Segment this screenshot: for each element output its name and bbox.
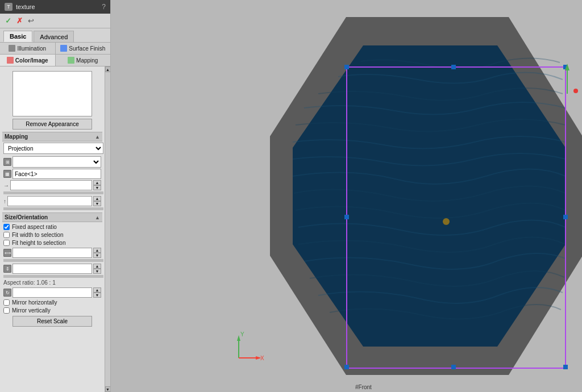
rotation-input[interactable]: 0.00deg xyxy=(13,287,92,298)
fit-width-row: Fit width to selection xyxy=(3,232,101,238)
svg-text:X: X xyxy=(260,355,264,361)
size-title: Size/Orientation xyxy=(5,214,48,220)
sub-tab-row2: Color/Image Mapping xyxy=(0,55,110,66)
sub-tab-illumination-label: Illumination xyxy=(17,45,46,52)
height-spinners: ▲ ▼ xyxy=(93,264,101,274)
rotation-icon: ↻ xyxy=(3,289,11,297)
y-offset-spinners: ▲ ▼ xyxy=(93,196,101,206)
x-offset-input[interactable]: -0.05793293mm xyxy=(10,180,92,190)
scene-svg: Y X #Front xyxy=(111,0,582,392)
sub-tab-color-image[interactable]: Color/Image xyxy=(0,55,56,66)
tab-row: Basic Advanced xyxy=(0,28,110,43)
mirror-v-row: Mirror vertically xyxy=(3,307,101,314)
x-offset-up[interactable]: ▲ xyxy=(93,180,101,185)
x-offset-down[interactable]: ▼ xyxy=(93,185,101,190)
x-offset-arrow-icon: → xyxy=(3,182,9,189)
sub-tab-surface-finish[interactable]: Surface Finish xyxy=(56,43,111,54)
sub-tab-surface-finish-label: Surface Finish xyxy=(69,45,105,52)
svg-rect-13 xyxy=(563,365,568,369)
remove-appearance-button[interactable]: Remove Appearance xyxy=(13,119,92,130)
width-up[interactable]: ▲ xyxy=(93,248,101,253)
svg-rect-7 xyxy=(451,65,456,69)
size-section-header: Size/Orientation ▲ xyxy=(2,212,102,222)
tab-advanced[interactable]: Advanced xyxy=(34,31,74,42)
mapping-icon-box2: ▦ xyxy=(3,170,11,178)
mirror-v-checkbox[interactable] xyxy=(3,307,10,314)
height-icon: ⇕ xyxy=(3,265,11,273)
y-offset-input[interactable]: -0.05441004mm xyxy=(7,196,92,206)
height-slider[interactable] xyxy=(3,275,103,278)
rotation-down[interactable]: ▼ xyxy=(93,293,101,298)
width-spinners: ▲ ▼ xyxy=(93,248,101,258)
left-panel: T texture ? ✓ ✗ ↩ Basic Advanced Illumin… xyxy=(0,0,111,392)
svg-marker-2 xyxy=(293,45,566,347)
mirror-h-label: Mirror horizontally xyxy=(12,299,57,306)
help-icon[interactable]: ? xyxy=(102,3,106,11)
fixed-aspect-label: Fixed aspect ratio xyxy=(12,224,57,230)
face-input[interactable] xyxy=(13,169,101,179)
width-icon: ⟺ xyxy=(3,249,11,257)
mapping-collapse-arrow[interactable]: ▲ xyxy=(95,134,100,140)
sub-tab-illumination[interactable]: Illumination xyxy=(0,43,56,54)
scroll-up-button[interactable]: ▲ xyxy=(105,66,111,72)
fixed-aspect-checkbox[interactable] xyxy=(3,224,10,230)
svg-rect-12 xyxy=(451,365,456,369)
width-down[interactable]: ▼ xyxy=(93,253,101,258)
mirror-h-row: Mirror horizontally xyxy=(3,299,101,306)
fit-height-label: Fit height to selection xyxy=(12,240,66,246)
svg-text:Y: Y xyxy=(240,331,244,337)
aspect-ratio-row: Aspect ratio: 1.06 : 1 xyxy=(3,280,101,286)
height-input[interactable]: 74.57397158mm xyxy=(13,264,92,274)
y-offset-arrow-icon: ↑ xyxy=(3,198,6,205)
width-input[interactable]: 79.40242414mm xyxy=(13,248,92,258)
aspect-ratio-label: Aspect ratio: 1.06 : 1 xyxy=(3,280,56,286)
y-offset-slider[interactable] xyxy=(3,207,103,210)
width-slider[interactable] xyxy=(3,259,103,262)
back-button[interactable]: ↩ xyxy=(26,16,35,26)
fit-width-label: Fit width to selection xyxy=(12,232,64,238)
toolbar-row: ✓ ✗ ↩ xyxy=(0,14,110,28)
mirror-v-label: Mirror vertically xyxy=(12,307,51,314)
viewport-label: #Front xyxy=(355,384,372,390)
surface-finish-icon xyxy=(60,45,67,52)
svg-rect-6 xyxy=(344,65,349,69)
tab-basic[interactable]: Basic xyxy=(3,31,32,42)
size-collapse-arrow[interactable]: ▲ xyxy=(95,215,100,220)
reset-scale-button[interactable]: Reset Scale xyxy=(13,316,92,327)
panel-scrollbar[interactable]: ▲ ▼ xyxy=(105,66,110,392)
viewport: Y X #Front xyxy=(111,0,582,392)
mapping-title: Mapping xyxy=(5,134,28,140)
sub-tab-mapping-label: Mapping xyxy=(76,57,98,64)
height-up[interactable]: ▲ xyxy=(93,264,101,269)
panel-content: Remove Appearance Mapping ▲ Projection ⊞ xyxy=(0,66,105,392)
cancel-button[interactable]: ✗ xyxy=(15,16,24,26)
scroll-down-button[interactable]: ▼ xyxy=(105,386,111,392)
mapping-icon xyxy=(68,57,74,64)
mapping-section-header: Mapping ▲ xyxy=(2,132,102,141)
svg-rect-9 xyxy=(344,215,349,219)
mirror-h-checkbox[interactable] xyxy=(3,299,10,306)
y-offset-up[interactable]: ▲ xyxy=(93,196,101,201)
sub-tab-mapping[interactable]: Mapping xyxy=(56,55,111,66)
x-offset-slider[interactable] xyxy=(3,191,103,194)
projection-select[interactable]: Projection xyxy=(3,143,103,154)
illumination-icon xyxy=(9,45,15,52)
sub-tab-color-image-label: Color/Image xyxy=(15,57,48,64)
y-offset-down[interactable]: ▼ xyxy=(93,201,101,206)
x-offset-spinners: ▲ ▼ xyxy=(93,180,101,190)
height-down[interactable]: ▼ xyxy=(93,269,101,274)
rotation-up[interactable]: ▲ xyxy=(93,287,101,293)
svg-point-16 xyxy=(573,89,578,93)
svg-point-3 xyxy=(443,218,450,225)
rotation-spinners: ▲ ▼ xyxy=(93,287,101,298)
window-title: texture xyxy=(16,3,35,10)
fit-width-checkbox[interactable] xyxy=(3,232,10,238)
sub-tab-row: Illumination Surface Finish xyxy=(0,43,110,55)
window-icon: T xyxy=(5,3,13,11)
fit-height-checkbox[interactable] xyxy=(3,240,10,246)
mapping-select2[interactable] xyxy=(13,156,101,168)
confirm-button[interactable]: ✓ xyxy=(3,16,13,26)
title-bar: T texture ? xyxy=(0,0,110,14)
fixed-aspect-row: Fixed aspect ratio xyxy=(3,224,101,230)
color-image-icon xyxy=(7,57,14,64)
